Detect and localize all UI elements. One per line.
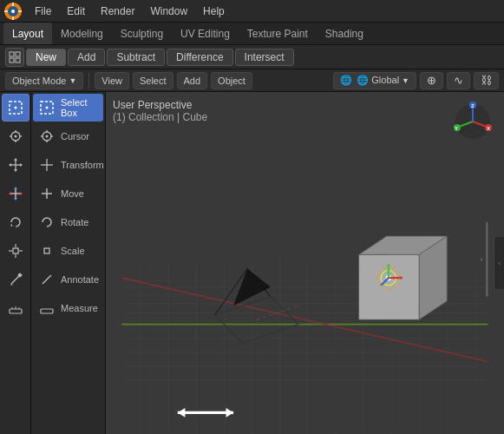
tool-select-box-icon[interactable] (2, 94, 29, 122)
tool-transform-icon[interactable] (2, 151, 29, 179)
select-menu[interactable]: Select (133, 72, 173, 89)
tool-rotate-icon[interactable] (2, 208, 29, 236)
rotate-icon (8, 214, 23, 230)
measure-label: Measure (61, 303, 98, 313)
viewport-perspective-label: User Perspective (113, 99, 207, 111)
svg-point-2 (11, 10, 15, 13)
tab-uv-editing[interactable]: UV Editing (172, 23, 239, 44)
view-menu[interactable]: View (95, 72, 129, 89)
tab-sculpting[interactable]: Sculpting (112, 23, 172, 44)
cursor-icon-svg (8, 128, 23, 144)
viewport-scene: ‹ (106, 92, 504, 434)
select-box-label: Select Box (61, 97, 98, 118)
side-tools-panel: Select Box Cursor (31, 92, 106, 434)
mode-selector[interactable]: Object Mode ▼ (5, 72, 83, 89)
svg-line-112 (381, 278, 389, 286)
move-icon-label (38, 185, 56, 202)
side-tool-cursor[interactable]: Cursor (33, 122, 103, 150)
transform-label: Transform (61, 160, 104, 170)
ops-intersect-btn[interactable]: Intersect (235, 49, 294, 66)
menu-window[interactable]: Window (143, 3, 194, 19)
side-tool-transform[interactable]: Transform (33, 151, 103, 179)
side-tool-select-box[interactable]: Select Box (33, 94, 103, 122)
svg-text:X: X (487, 126, 490, 131)
svg-marker-24 (20, 163, 23, 167)
svg-point-106 (381, 271, 396, 286)
svg-text:‹: ‹ (481, 255, 483, 264)
svg-line-86 (215, 315, 243, 343)
svg-marker-29 (9, 192, 11, 195)
snap-btn[interactable]: ⊕ (420, 72, 443, 89)
svg-rect-32 (13, 248, 18, 253)
svg-marker-115 (178, 408, 186, 418)
svg-marker-30 (20, 192, 23, 195)
ops-bar: New Add Subtract Difference Intersect (0, 45, 504, 69)
svg-point-18 (15, 135, 17, 138)
svg-point-107 (386, 275, 391, 280)
secondary-bar: Object Mode ▼ View Select Add Object 🌐 🌐… (0, 69, 504, 92)
left-toolbar (0, 92, 31, 434)
side-tool-annotate[interactable]: Annotate (33, 266, 103, 293)
header-icon-btn[interactable] (5, 48, 24, 67)
side-tool-move[interactable]: Move (33, 180, 103, 207)
move-label: Move (61, 188, 84, 199)
side-tool-scale[interactable]: Scale (33, 237, 103, 265)
svg-line-88 (243, 325, 298, 343)
main-area: Select Box Cursor (0, 92, 504, 434)
svg-rect-56 (44, 248, 49, 253)
tab-texture-paint[interactable]: Texture Paint (239, 23, 317, 44)
tool-annotate-icon[interactable] (2, 266, 29, 293)
menu-help[interactable]: Help (196, 3, 232, 19)
svg-marker-116 (226, 408, 233, 418)
add-menu[interactable]: Add (177, 72, 208, 89)
side-tool-rotate[interactable]: Rotate (33, 208, 103, 236)
scale-icon-label (38, 242, 56, 260)
svg-line-90 (247, 268, 271, 296)
viewport-3d[interactable]: ‹ User Perspective (1) Collection | Cube… (106, 92, 504, 434)
scale-icon (8, 243, 23, 259)
chevron-down-icon: ▼ (69, 76, 76, 85)
tool-move-icon[interactable] (2, 180, 29, 207)
tool-scale-icon[interactable] (2, 237, 29, 265)
svg-line-89 (215, 268, 247, 315)
object-menu[interactable]: Object (211, 72, 252, 89)
svg-rect-40 (10, 309, 22, 313)
transform-icon (8, 157, 23, 173)
svg-line-85 (215, 297, 271, 315)
svg-text:Z: Z (471, 103, 475, 108)
tool-measure-icon[interactable] (2, 294, 29, 322)
ops-add-btn[interactable]: Add (68, 49, 105, 66)
menu-edit[interactable]: Edit (60, 3, 92, 19)
tool-cursor-icon[interactable] (2, 122, 29, 150)
workspace-tabs: Layout Modeling Sculpting UV Editing Tex… (0, 23, 504, 45)
ops-difference-btn[interactable]: Difference (167, 49, 232, 66)
annotate-icon-label (38, 271, 56, 288)
svg-point-12 (15, 107, 17, 109)
svg-marker-21 (14, 158, 17, 161)
side-tool-measure[interactable]: Measure (33, 294, 103, 322)
menu-render[interactable]: Render (94, 3, 141, 19)
ops-subtract-btn[interactable]: Subtract (107, 49, 165, 66)
viewport-collection-label: (1) Collection | Cube (113, 111, 207, 123)
svg-line-37 (11, 275, 20, 284)
right-panel-toggle[interactable]: ‹ (494, 237, 504, 289)
menu-file[interactable]: File (28, 3, 58, 19)
viewport-label: User Perspective (1) Collection | Cube (113, 99, 207, 123)
tab-shading[interactable]: Shading (317, 23, 372, 44)
select-box-icon-label (38, 99, 56, 116)
svg-marker-93 (387, 236, 448, 301)
tab-modeling[interactable]: Modeling (52, 23, 112, 44)
svg-line-84 (122, 278, 488, 361)
tab-layout[interactable]: Layout (3, 23, 52, 44)
svg-marker-109 (400, 276, 403, 279)
header-icon (9, 51, 21, 63)
mirror-btn[interactable]: ⛓ (474, 72, 499, 89)
svg-rect-8 (16, 52, 20, 56)
measure-icon (8, 300, 23, 316)
transform-orientation[interactable]: 🌐 🌐 Global ▼ (333, 72, 416, 89)
orientation-gizmo[interactable]: Z X Y (452, 101, 494, 142)
ops-new-btn[interactable]: New (26, 49, 66, 66)
proportional-btn[interactable]: ∿ (447, 72, 470, 89)
global-icon: 🌐 (340, 75, 352, 86)
blender-logo (3, 2, 23, 21)
